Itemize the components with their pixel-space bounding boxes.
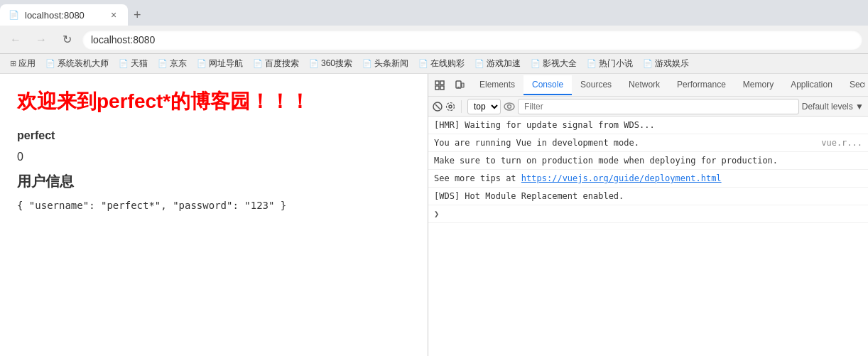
bookmark-360[interactable]: 📄 360搜索 [305,56,357,71]
devtools-device-button[interactable] [451,77,468,94]
bookmark-video[interactable]: 📄 影视大全 [526,56,581,71]
count-section: 0 [17,151,411,163]
tab-performance[interactable]: Performance [668,75,734,95]
devtools-inspect-button[interactable] [431,77,448,94]
bookmark-label: 在线购彩 [430,58,465,70]
svg-rect-3 [440,86,444,90]
page-title: 欢迎来到perfect*的博客园！！！ [17,88,411,115]
devtools-panel: Elements Console Sources Network Perform… [428,74,868,356]
levels-button[interactable]: Default levels ▼ [802,102,864,112]
bookmark-toutiao[interactable]: 📄 头条新闻 [358,56,413,71]
tab-favicon: 📄 [9,10,19,20]
deployment-link[interactable]: https://vuejs.org/guide/deployment.html [521,173,722,183]
devtools-tabs: Elements Console Sources Network Perform… [471,75,865,95]
console-source-2: vue.r... [821,136,862,149]
bookmark-novels[interactable]: 📄 热门小说 [582,56,637,71]
bookmark-label: 影视大全 [543,58,577,70]
username-section: perfect [17,129,411,142]
bookmark-baidu[interactable]: 📄 百度搜索 [249,56,303,71]
svg-rect-1 [440,81,444,85]
bookmark-favicon: 📄 [253,59,263,68]
bookmark-nav[interactable]: 📄 网址导航 [192,56,247,71]
console-line-3: Make sure to turn on production mode whe… [428,152,868,170]
console-toolbar: top Default levels ▼ [428,97,868,117]
console-prompt-line: ❯ [428,205,868,223]
bookmark-label: 游戏娱乐 [655,58,689,70]
refresh-button[interactable]: ↻ [57,30,77,50]
tab-elements[interactable]: Elements [471,75,523,95]
user-info-section: 用户信息 { "username": "perfect*", "password… [17,172,411,211]
bookmark-favicon: 📄 [643,59,653,68]
username-value: perfect [17,129,411,142]
eye-button[interactable] [504,102,515,111]
bookmark-label: 天猫 [131,58,148,70]
svg-point-11 [504,103,514,110]
svg-rect-0 [435,81,439,85]
tab-network[interactable]: Network [620,75,668,95]
bookmark-label: 京东 [170,58,187,70]
browser-window: 📄 localhost:8080 × + ← → ↻ ⊞ 应用 📄 系统装机大师… [0,0,868,356]
bookmark-jd[interactable]: 📄 京东 [153,56,191,71]
user-info-json: { "username": "perfect*", "password": "1… [17,200,411,211]
new-tab-button[interactable]: + [128,4,147,26]
tab-sources[interactable]: Sources [572,75,620,95]
tab-console[interactable]: Console [523,75,572,95]
bookmarks-bar: ⊞ 应用 📄 系统装机大师 📄 天猫 📄 京东 📄 网址导航 📄 百度搜索 📄 … [0,54,868,74]
bookmark-favicon: 📄 [119,59,129,68]
back-button[interactable]: ← [6,30,26,50]
bookmark-label: 网址导航 [209,58,243,70]
svg-rect-2 [435,86,439,90]
bookmark-favicon: 📄 [362,59,372,68]
console-line-1: [HMR] Waiting for update signal from WDS… [428,117,868,134]
console-filter-input[interactable] [518,99,799,114]
console-prompt-arrow: ❯ [434,207,439,220]
address-bar: ← → ↻ [0,26,868,54]
forward-button[interactable]: → [31,30,51,50]
tab-bar: 📄 localhost:8080 × + [0,0,868,26]
tab-security[interactable]: Secur... [841,75,865,95]
bookmark-label: 头条新闻 [374,58,408,70]
console-message-2: You are running Vue in development mode. [434,136,821,149]
console-line-4: See more tips at https://vuejs.org/guide… [428,170,868,188]
console-line-5: [WDS] Hot Module Replacement enabled. [428,188,868,205]
count-value: 0 [17,151,411,163]
bookmark-favicon: 📄 [474,59,484,68]
clear-console-button[interactable] [433,102,443,112]
bookmark-favicon: 📄 [158,59,168,68]
bookmark-favicon: 📄 [197,59,207,68]
bookmark-apps[interactable]: ⊞ 应用 [6,56,40,71]
svg-rect-5 [462,83,464,87]
bookmark-favicon: 📄 [309,59,319,68]
tab-memory[interactable]: Memory [734,75,782,95]
bookmark-label: 游戏加速 [487,58,521,70]
tab-close-button[interactable]: × [108,9,119,21]
console-message-3: Make sure to turn on production mode whe… [434,154,862,167]
console-message-5: [WDS] Hot Module Replacement enabled. [434,190,862,203]
main-area: 欢迎来到perfect*的博客园！！！ perfect 0 用户信息 { "us… [0,74,868,356]
bookmark-label: 360搜索 [321,58,352,70]
console-message-1: [HMR] Waiting for update signal from WDS… [434,119,862,131]
console-line-2: You are running Vue in development mode.… [428,134,868,152]
tab-application[interactable]: Application [782,75,841,95]
user-info-title: 用户信息 [17,172,411,191]
bookmark-lottery[interactable]: 📄 在线购彩 [414,56,469,71]
svg-line-8 [435,104,440,109]
settings-button[interactable] [445,102,455,112]
toolbar-divider [461,100,462,113]
svg-point-12 [508,104,511,108]
apps-icon: ⊞ [10,59,16,68]
active-tab[interactable]: 📄 localhost:8080 × [0,4,128,26]
bookmark-label: 应用 [18,58,36,70]
svg-point-9 [449,105,452,108]
context-select[interactable]: top [467,99,501,114]
tab-title: localhost:8080 [25,10,85,21]
bookmark-game-ent[interactable]: 📄 游戏娱乐 [639,56,693,71]
bookmark-favicon: 📄 [587,59,597,68]
console-output: [HMR] Waiting for update signal from WDS… [428,117,868,356]
bookmark-tianmao[interactable]: 📄 天猫 [114,56,152,71]
page-content: 欢迎来到perfect*的博客园！！！ perfect 0 用户信息 { "us… [0,74,428,356]
bookmark-game-accel[interactable]: 📄 游戏加速 [470,56,525,71]
bookmark-sysinstall[interactable]: 📄 系统装机大师 [41,56,113,71]
bookmark-label: 热门小说 [599,58,633,70]
address-input[interactable] [82,30,862,50]
